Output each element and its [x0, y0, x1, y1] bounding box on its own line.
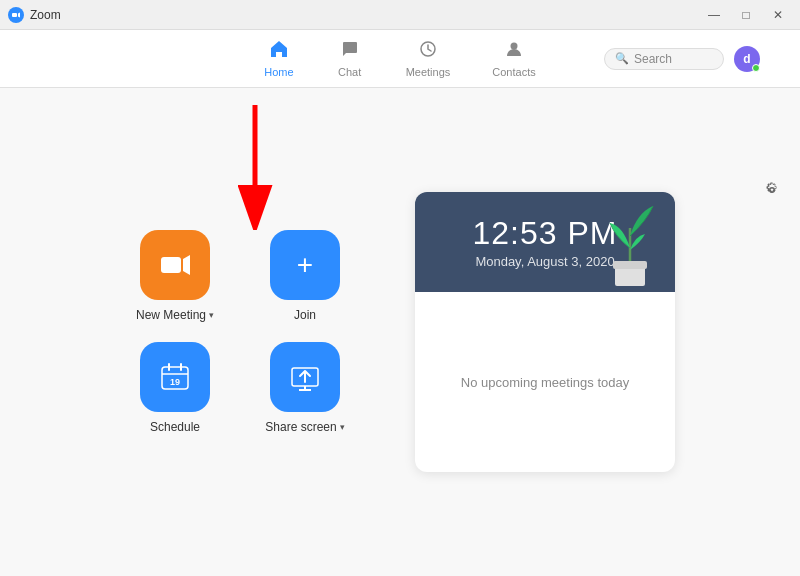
- minimize-button[interactable]: —: [700, 5, 728, 25]
- svg-marker-1: [18, 12, 20, 17]
- calendar-widget: 12:53 PM Monday, August 3, 2020: [415, 192, 675, 472]
- svg-text:19: 19: [170, 377, 180, 387]
- meetings-tab-label: Meetings: [406, 66, 451, 78]
- actions-row-2: 19 Schedule: [125, 342, 355, 434]
- new-meeting-label: New Meeting ▾: [136, 308, 214, 322]
- share-screen-button[interactable]: [270, 342, 340, 412]
- tab-home[interactable]: Home: [248, 33, 309, 84]
- join-label: Join: [294, 308, 316, 322]
- title-bar: Zoom — □ ✕: [0, 0, 800, 30]
- join-button[interactable]: +: [270, 230, 340, 300]
- settings-button[interactable]: [758, 176, 786, 204]
- no-meetings-text: No upcoming meetings today: [461, 375, 629, 390]
- calendar-header: 12:53 PM Monday, August 3, 2020: [415, 192, 675, 292]
- maximize-button[interactable]: □: [732, 5, 760, 25]
- svg-rect-0: [12, 13, 17, 17]
- title-bar-left: Zoom: [8, 7, 61, 23]
- svg-point-3: [510, 43, 517, 50]
- calendar-date: Monday, August 3, 2020: [475, 254, 614, 269]
- share-screen-label: Share screen ▾: [265, 420, 344, 434]
- search-box[interactable]: 🔍 Search: [604, 48, 724, 70]
- new-meeting-button[interactable]: [140, 230, 210, 300]
- plus-icon: +: [297, 251, 313, 279]
- svg-marker-6: [183, 255, 190, 275]
- nav-right: 🔍 Search d: [604, 46, 760, 72]
- contacts-tab-label: Contacts: [492, 66, 535, 78]
- app-title: Zoom: [30, 8, 61, 22]
- meetings-icon: [418, 39, 438, 64]
- home-icon: [269, 39, 289, 64]
- join-item: + Join: [255, 230, 355, 322]
- tab-meetings[interactable]: Meetings: [390, 33, 467, 84]
- share-screen-item: Share screen ▾: [255, 342, 355, 434]
- search-icon: 🔍: [615, 52, 629, 65]
- actions-area: New Meeting ▾ + Join: [125, 230, 355, 434]
- chat-icon: [340, 39, 360, 64]
- contacts-icon: [504, 39, 524, 64]
- close-button[interactable]: ✕: [764, 5, 792, 25]
- new-meeting-item: New Meeting ▾: [125, 230, 225, 322]
- tab-contacts[interactable]: Contacts: [476, 33, 551, 84]
- plant-decoration: [595, 198, 665, 292]
- schedule-button[interactable]: 19: [140, 342, 210, 412]
- nav-tabs: Home Chat Meetings: [248, 33, 551, 84]
- tab-chat[interactable]: Chat: [320, 33, 380, 84]
- new-meeting-caret: ▾: [209, 310, 214, 320]
- title-bar-controls: — □ ✕: [700, 5, 792, 25]
- arrow-indicator: [215, 100, 295, 234]
- schedule-item: 19 Schedule: [125, 342, 225, 434]
- calendar-body: No upcoming meetings today: [415, 292, 675, 472]
- schedule-label: Schedule: [150, 420, 200, 434]
- svg-rect-5: [161, 257, 181, 273]
- nav-bar: Home Chat Meetings: [0, 30, 800, 88]
- share-screen-caret: ▾: [340, 422, 345, 432]
- svg-rect-17: [613, 261, 647, 269]
- zoom-logo: [8, 7, 24, 23]
- search-placeholder: Search: [634, 52, 672, 66]
- avatar-wrapper[interactable]: d: [734, 46, 760, 72]
- main-content: New Meeting ▾ + Join: [0, 88, 800, 576]
- home-tab-label: Home: [264, 66, 293, 78]
- chat-tab-label: Chat: [338, 66, 361, 78]
- actions-row-1: New Meeting ▾ + Join: [125, 230, 355, 322]
- avatar-status-dot: [752, 64, 760, 72]
- settings-area: [758, 176, 786, 204]
